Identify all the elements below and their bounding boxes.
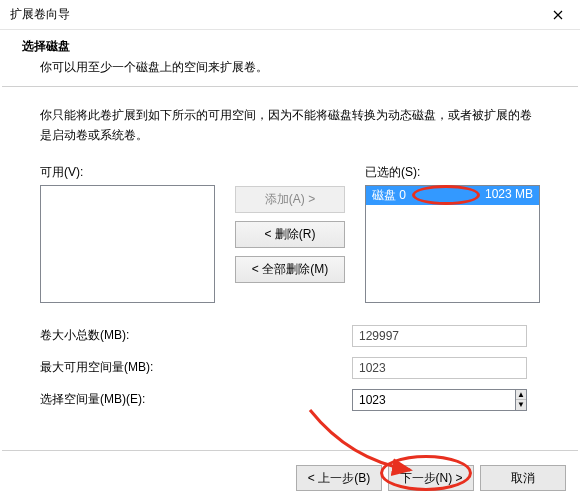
selected-column: 已选的(S): 磁盘 0 1023 MB: [365, 164, 540, 303]
total-size-value: 129997: [352, 325, 527, 347]
spin-up-icon[interactable]: ▲: [516, 390, 526, 401]
page-heading: 选择磁盘: [22, 38, 558, 55]
max-space-label: 最大可用空间量(MB):: [40, 359, 352, 376]
choose-space-label: 选择空间量(MB)(E):: [40, 391, 352, 408]
spin-buttons: ▲ ▼: [515, 389, 527, 411]
selected-label: 已选的(S):: [365, 164, 540, 181]
choose-space-spinner: ▲ ▼: [352, 389, 527, 411]
max-space-row: 最大可用空间量(MB): 1023: [40, 357, 540, 379]
size-fields: 卷大小总数(MB): 129997 最大可用空间量(MB): 1023 选择空间…: [40, 325, 540, 411]
list-item[interactable]: 磁盘 0 1023 MB: [366, 186, 539, 205]
close-icon[interactable]: [535, 0, 580, 30]
back-button[interactable]: < 上一步(B): [296, 465, 382, 491]
wizard-header: 选择磁盘 你可以用至少一个磁盘上的空间来扩展卷。: [0, 30, 580, 86]
total-size-row: 卷大小总数(MB): 129997: [40, 325, 540, 347]
add-button[interactable]: 添加(A) >: [235, 186, 345, 213]
selected-disk-size: 1023 MB: [485, 187, 533, 204]
spin-down-icon[interactable]: ▼: [516, 400, 526, 410]
window-title: 扩展卷向导: [10, 6, 70, 23]
available-listbox[interactable]: [40, 185, 215, 303]
disk-selection-area: 可用(V): 添加(A) > < 删除(R) < 全部删除(M) 已选的(S):…: [40, 164, 540, 303]
choose-space-input[interactable]: [352, 389, 515, 411]
wizard-footer: < 上一步(B) 下一步(N) > 取消: [296, 465, 566, 491]
selected-listbox[interactable]: 磁盘 0 1023 MB: [365, 185, 540, 303]
footer-divider: [2, 450, 578, 451]
available-label: 可用(V):: [40, 164, 215, 181]
available-column: 可用(V):: [40, 164, 215, 303]
remove-button[interactable]: < 删除(R): [235, 221, 345, 248]
titlebar: 扩展卷向导: [0, 0, 580, 30]
next-button[interactable]: 下一步(N) >: [388, 465, 474, 491]
content-area: 你只能将此卷扩展到如下所示的可用空间，因为不能将磁盘转换为动态磁盘，或者被扩展的…: [0, 87, 580, 411]
total-size-label: 卷大小总数(MB):: [40, 327, 352, 344]
remove-all-button[interactable]: < 全部删除(M): [235, 256, 345, 283]
cancel-button[interactable]: 取消: [480, 465, 566, 491]
choose-space-row: 选择空间量(MB)(E): ▲ ▼: [40, 389, 540, 411]
max-space-value: 1023: [352, 357, 527, 379]
page-description: 你可以用至少一个磁盘上的空间来扩展卷。: [22, 59, 558, 76]
transfer-buttons: 添加(A) > < 删除(R) < 全部删除(M): [215, 164, 365, 283]
selected-disk-name: 磁盘 0: [372, 187, 406, 204]
info-text: 你只能将此卷扩展到如下所示的可用空间，因为不能将磁盘转换为动态磁盘，或者被扩展的…: [40, 105, 540, 146]
